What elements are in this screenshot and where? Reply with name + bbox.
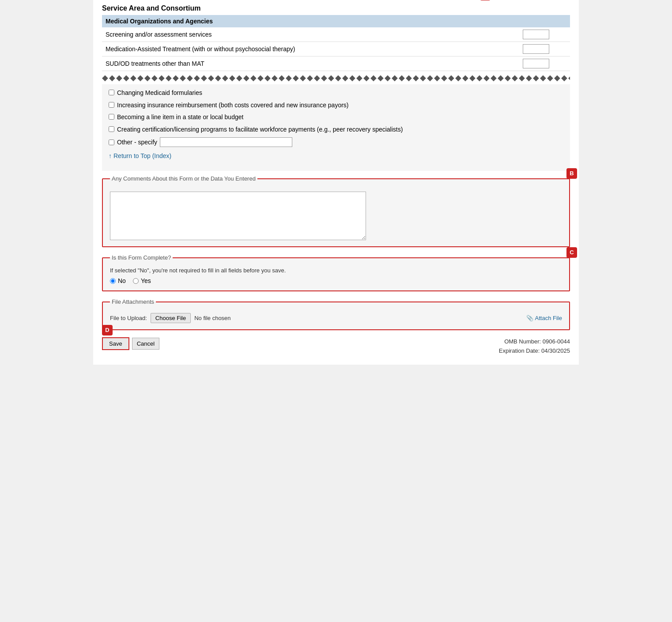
annotation-b: B [566, 168, 577, 179]
return-to-top-link[interactable]: ↑ Return to Top (Index) [109, 152, 171, 159]
checkboxes-section: Changing Medicaid formularies Increasing… [102, 84, 570, 171]
checkbox-line-item[interactable] [109, 114, 114, 120]
arrow-up-icon: ↑ [109, 152, 112, 159]
service-area-table: Medical Organizations and Agencies Scree… [102, 15, 570, 71]
cancel-button[interactable]: Cancel [132, 338, 159, 350]
annotation-c: C [566, 247, 577, 258]
form-complete-description: If selected "No", you're not required to… [110, 267, 562, 274]
comments-legend: Any Comments About this Form or the Data… [110, 175, 257, 182]
choose-file-button[interactable]: Choose File [151, 313, 191, 323]
table-row-label-3: SUD/OD treatments other than MAT [102, 57, 502, 71]
checkbox-insurance[interactable] [109, 102, 114, 108]
other-specify-input[interactable] [160, 137, 292, 147]
checkbox-insurance-label: Increasing insurance reimbursement (both… [117, 101, 349, 110]
omb-info: OMB Number: 0906-0044 Expiration Date: 0… [499, 337, 570, 356]
table-row-input-3[interactable] [523, 59, 549, 68]
footer-row: D Save Cancel OMB Number: 0906-0044 Expi… [102, 337, 570, 356]
no-file-chosen-text: No file chosen [194, 315, 230, 321]
table-header: Medical Organizations and Agencies [102, 15, 570, 27]
table-row-input-1[interactable] [523, 30, 549, 39]
file-upload-label: File to Upload: [110, 315, 147, 321]
attach-file-link[interactable]: 📎 Attach File [526, 315, 562, 321]
file-attachments-legend: File Attachments [110, 298, 156, 305]
diamond-divider: ◆◆◆◆◆◆◆◆◆◆◆◆◆◆◆◆◆◆◆◆◆◆◆◆◆◆◆◆◆◆◆◆◆◆◆◆◆◆◆◆… [102, 71, 570, 84]
annotation-a: A [480, 0, 491, 0]
radio-no-label: No [118, 277, 126, 284]
checkbox-medicaid-label: Changing Medicaid formularies [117, 89, 202, 98]
service-area-title: Service Area and Consortium [102, 4, 570, 12]
table-row-label-1: Screening and/or assessment services [102, 27, 502, 42]
comments-textarea[interactable] [110, 192, 366, 240]
checkbox-other[interactable] [109, 139, 114, 145]
footer-buttons: D Save Cancel [102, 337, 159, 350]
file-attachments-section: File Attachments File to Upload: Choose … [102, 298, 570, 330]
save-button[interactable]: Save [102, 337, 129, 350]
radio-no[interactable] [110, 278, 116, 284]
checkbox-line-item-label: Becoming a line item in a state or local… [117, 113, 243, 122]
form-complete-legend: Is this Form Complete? [110, 254, 173, 261]
checkbox-other-label: Other - specify [117, 139, 157, 146]
annotation-d: D [102, 325, 113, 336]
radio-yes-label: Yes [141, 277, 151, 284]
table-row-label-2: Medication-Assisted Treatment (with or w… [102, 42, 502, 57]
comments-section: Any Comments About this Form or the Data… [102, 175, 570, 247]
table-row-input-2[interactable] [523, 44, 549, 54]
paperclip-icon: 📎 [526, 315, 533, 321]
omb-number: OMB Number: 0906-0044 [499, 337, 570, 347]
checkbox-certification[interactable] [109, 126, 114, 132]
radio-yes[interactable] [133, 278, 139, 284]
form-complete-radio-group: No Yes [110, 277, 562, 284]
expiration-date: Expiration Date: 04/30/2025 [499, 347, 570, 356]
checkbox-medicaid[interactable] [109, 90, 114, 95]
checkbox-certification-label: Creating certification/licensing program… [117, 125, 403, 134]
form-complete-section: Is this Form Complete? If selected "No",… [102, 254, 570, 291]
